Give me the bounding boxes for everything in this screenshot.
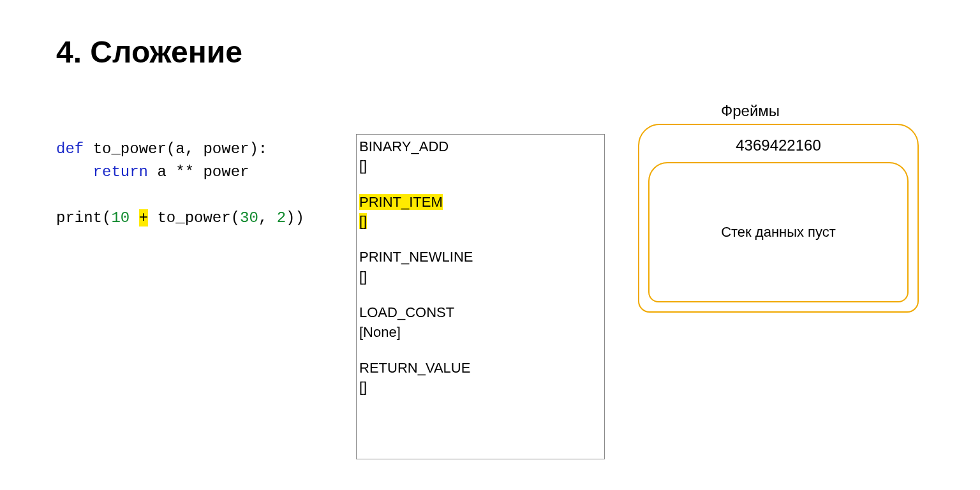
bytecode-entry: LOAD_CONST [None] (359, 303, 602, 342)
literal-30: 30 (240, 209, 258, 226)
bytecode-arg: [] (359, 156, 602, 175)
bytecode-arg: [] (359, 267, 602, 286)
bytecode-op: BINARY_ADD (359, 137, 602, 156)
keyword-return: return (93, 163, 148, 181)
frame-empty-text: Стек данных пуст (721, 224, 836, 241)
bytecode-op: PRINT_ITEM (359, 193, 602, 212)
bytecode-arg: [None] (359, 323, 602, 342)
frames-label: Фреймы (721, 102, 780, 120)
source-code: def to_power(a, power): return a ** powe… (56, 138, 304, 230)
print-call-start: print( (56, 209, 111, 226)
literal-10: 10 (111, 209, 130, 226)
bytecode-op: LOAD_CONST (359, 303, 602, 322)
frame-id: 4369422160 (639, 137, 917, 154)
bytecode-entry: BINARY_ADD [] (359, 137, 602, 176)
bytecode-op: RETURN_VALUE (359, 359, 602, 378)
bytecode-op: PRINT_NEWLINE (359, 248, 602, 267)
keyword-def: def (56, 140, 84, 158)
comma: , (258, 209, 277, 226)
bytecode-entry: PRINT_NEWLINE [] (359, 248, 602, 286)
function-params: (a, power): (167, 140, 267, 158)
literal-2: 2 (277, 209, 286, 226)
bytecode-entry: RETURN_VALUE [] (359, 359, 602, 397)
slide-title: 4. Сложение (56, 34, 242, 70)
print-call-end: )) (286, 209, 304, 226)
return-expression: a ** power (157, 163, 249, 181)
to-power-call: to_power( (157, 209, 240, 226)
plus-operator-highlighted: + (139, 209, 148, 226)
frame-inner: Стек данных пуст (648, 162, 909, 302)
bytecode-entry-highlighted: PRINT_ITEM [] (359, 193, 602, 232)
bytecode-arg: [] (359, 378, 602, 397)
frame-outer: 4369422160 Стек данных пуст (638, 124, 919, 313)
function-name: to_power (93, 140, 167, 158)
bytecode-arg: [] (359, 212, 602, 231)
bytecode-box: BINARY_ADD [] PRINT_ITEM [] PRINT_NEWLIN… (356, 134, 605, 459)
